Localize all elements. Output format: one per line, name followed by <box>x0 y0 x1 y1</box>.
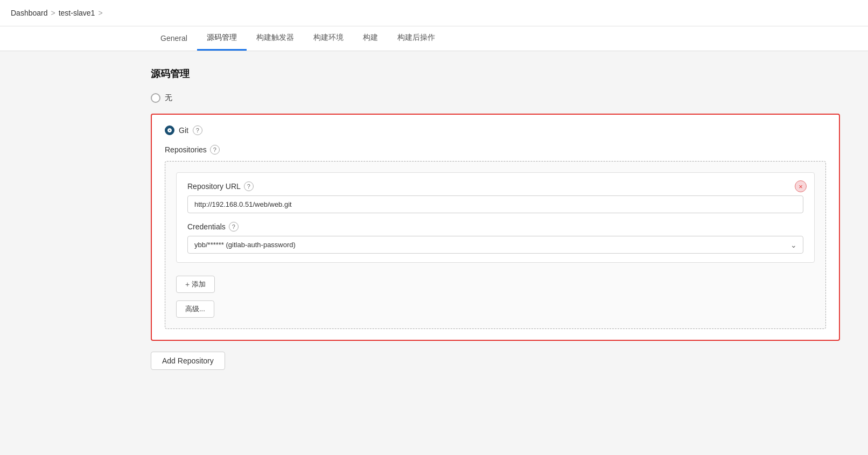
git-header: Git ? <box>165 125 826 135</box>
credentials-help-icon[interactable]: ? <box>229 222 239 232</box>
add-credentials-button[interactable]: + 添加 <box>176 276 215 293</box>
git-section: Git ? Repositories ? × Repository URL <box>151 114 840 341</box>
credentials-select[interactable]: ybb/****** (gitlab-auth-password) <box>187 236 803 254</box>
tabs-bar: General 源码管理 构建触发器 构建环境 构建 构建后操作 <box>0 26 868 51</box>
repository-card: × Repository URL ? Credentials ? <box>176 172 815 263</box>
repo-url-help-icon[interactable]: ? <box>244 181 254 191</box>
radio-none-label: 无 <box>165 93 172 103</box>
breadcrumb-slave[interactable]: test-slave1 <box>59 9 95 17</box>
section-title: 源码管理 <box>151 67 840 80</box>
add-repository-label: Add Repository <box>162 356 214 365</box>
repositories-dashed-box: × Repository URL ? Credentials ? <box>165 161 826 329</box>
advanced-button[interactable]: 高级... <box>176 300 214 318</box>
credentials-select-wrapper: ybb/****** (gitlab-auth-password) ⌄ <box>187 236 803 254</box>
breadcrumb-dashboard[interactable]: Dashboard <box>11 9 48 17</box>
tab-triggers[interactable]: 构建触发器 <box>247 26 304 51</box>
radio-none[interactable]: 无 <box>151 93 840 103</box>
breadcrumb-sep-2: > <box>98 9 102 17</box>
advanced-button-label: 高级... <box>185 304 205 314</box>
main-content: 源码管理 无 Git ? Repositories ? <box>0 51 868 455</box>
tab-env[interactable]: 构建环境 <box>304 26 353 51</box>
add-repository-button[interactable]: Add Repository <box>151 352 225 370</box>
repositories-help-icon[interactable]: ? <box>210 145 220 155</box>
repositories-label: Repositories ? <box>165 145 826 155</box>
repo-url-label: Repository URL <box>187 182 241 191</box>
repo-url-label-row: Repository URL ? <box>187 181 803 191</box>
close-icon: × <box>799 183 803 191</box>
radio-git-circle[interactable] <box>165 125 174 135</box>
credentials-label-row: Credentials ? <box>187 222 803 232</box>
close-repo-button[interactable]: × <box>795 180 807 192</box>
radio-git-label: Git <box>179 126 188 135</box>
credentials-label: Credentials <box>187 222 226 231</box>
content-area: 源码管理 无 Git ? Repositories ? <box>0 51 862 386</box>
repo-url-input[interactable] <box>187 195 803 213</box>
git-help-icon[interactable]: ? <box>193 125 202 135</box>
tab-build[interactable]: 构建 <box>353 26 388 51</box>
breadcrumb-sep-1: > <box>51 9 55 17</box>
radio-none-circle <box>151 93 160 103</box>
add-button-label: 添加 <box>192 279 206 289</box>
breadcrumb: Dashboard > test-slave1 > <box>0 0 868 26</box>
tab-general[interactable]: General <box>151 27 197 51</box>
tab-post[interactable]: 构建后操作 <box>388 26 445 51</box>
tab-source[interactable]: 源码管理 <box>197 26 247 51</box>
plus-icon: + <box>185 280 190 289</box>
repositories-text: Repositories <box>165 145 207 154</box>
